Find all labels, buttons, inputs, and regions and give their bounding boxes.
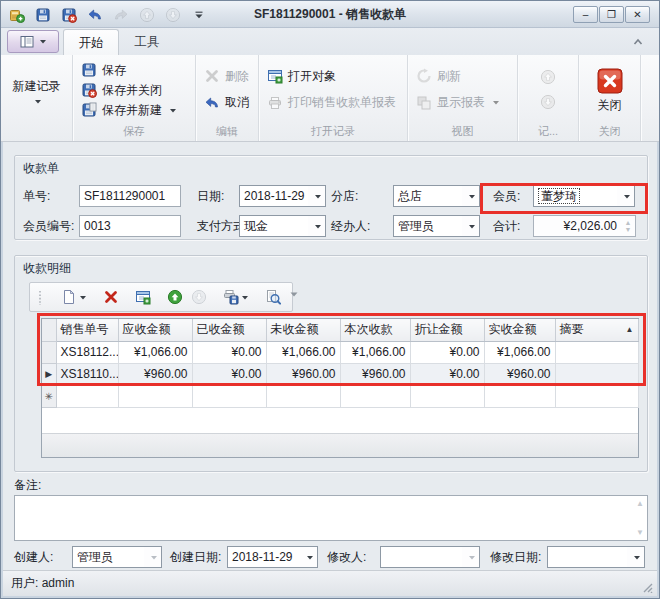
modifier-label: 修改人:: [327, 546, 366, 568]
details-toolbar: [29, 282, 293, 312]
grid-column-header[interactable]: 已收金额: [192, 319, 266, 341]
grid-cell[interactable]: XS18110...: [56, 363, 118, 385]
receipt-legend: 收款单: [23, 160, 59, 177]
date-combo[interactable]: 2018-11-29: [239, 185, 326, 207]
grid-cell[interactable]: ¥960.00: [340, 363, 410, 385]
chevron-down-icon[interactable]: [462, 216, 479, 236]
grid-cell[interactable]: [56, 385, 118, 407]
grid-cell[interactable]: [340, 385, 410, 407]
spinner-arrows-icon[interactable]: ▲▼: [621, 216, 635, 236]
ribbon-group-close: 关闭 关闭: [579, 55, 641, 141]
tab-tools[interactable]: 工具: [119, 29, 175, 55]
more-dropdown-button[interactable]: [287, 286, 307, 308]
details-grid[interactable]: 销售单号应收金额已收金额未收金额本次收款折让金额实收金额摘要▲XS18112..…: [41, 318, 639, 458]
export-button[interactable]: [221, 286, 251, 308]
chevron-down-icon[interactable]: [308, 216, 325, 236]
open-object-button[interactable]: [133, 286, 153, 308]
grid-column-header[interactable]: 未收金额: [266, 319, 340, 341]
modify-date-combo[interactable]: [547, 546, 645, 568]
grid-row[interactable]: ▶XS18110...¥960.00¥0.00¥960.00¥960.00¥0.…: [42, 363, 638, 385]
save-icon[interactable]: [33, 5, 52, 24]
create-date-label: 创建日期:: [170, 546, 221, 568]
maximize-button[interactable]: ❐: [599, 6, 624, 23]
grid-cell[interactable]: [555, 341, 638, 363]
move-up-button[interactable]: [165, 286, 185, 308]
grid-cell[interactable]: ¥960.00: [484, 363, 555, 385]
grid-cell[interactable]: ¥1,066.00: [340, 341, 410, 363]
payment-combo[interactable]: 现金: [239, 215, 326, 237]
qat-dropdown-icon[interactable]: [189, 5, 208, 24]
grid-cell[interactable]: [192, 385, 266, 407]
grid-cell[interactable]: [484, 385, 555, 407]
close-form-button[interactable]: 关闭: [581, 58, 639, 124]
form-icon: [20, 35, 34, 49]
collapse-ribbon-button[interactable]: [629, 34, 647, 49]
creator-combo[interactable]: 管理员: [72, 546, 162, 568]
order-no-field[interactable]: SF1811290001: [79, 185, 181, 207]
operator-combo[interactable]: 管理员: [393, 215, 480, 237]
chevron-down-icon[interactable]: [300, 547, 317, 567]
grid-new-row[interactable]: ✳: [42, 385, 638, 407]
grid-cell[interactable]: [555, 385, 638, 407]
close-button[interactable]: ✕: [625, 6, 650, 23]
chevron-down-icon[interactable]: [617, 186, 634, 206]
grid-column-header[interactable]: 折让金额: [410, 319, 484, 341]
chevron-down-icon[interactable]: [627, 547, 644, 567]
details-groupbox: 收款明细 销售单号应收金额已收金额未收金额本次收款折让金额实收金额摘要▲XS18…: [14, 255, 648, 472]
grid-column-header[interactable]: 销售单号: [56, 319, 118, 341]
modifier-combo[interactable]: [380, 546, 480, 568]
grid-empty-area: [42, 433, 638, 457]
remarks-label: 备注:: [14, 474, 41, 496]
grid-cell[interactable]: XS18112...: [56, 341, 118, 363]
grid-cell[interactable]: [555, 363, 638, 385]
row-indicator: [42, 341, 56, 363]
grid-cell[interactable]: ¥960.00: [266, 363, 340, 385]
delete-red-button[interactable]: [101, 286, 121, 308]
preview-button[interactable]: [263, 286, 283, 308]
move-down-icon: [191, 289, 207, 305]
new-record-icon[interactable]: [7, 5, 26, 24]
grid-cell[interactable]: ¥1,066.00: [266, 341, 340, 363]
minimize-button[interactable]: –: [573, 6, 598, 23]
app-menu-button[interactable]: [7, 30, 59, 53]
grid-cell[interactable]: [118, 385, 192, 407]
resize-grip-icon[interactable]: [640, 580, 653, 593]
save-button[interactable]: 保存: [73, 60, 195, 80]
open-object-button[interactable]: 打开对象: [259, 66, 407, 86]
chevron-down-icon[interactable]: [308, 186, 325, 206]
member-combo[interactable]: 董梦琦: [533, 185, 635, 207]
new-record-button[interactable]: 新建记录: [8, 58, 66, 124]
grid-cell[interactable]: ¥0.00: [192, 363, 266, 385]
grid-column-header[interactable]: 摘要▲: [555, 319, 638, 341]
new-item-button[interactable]: [59, 286, 89, 308]
grid-cell[interactable]: ¥1,066.00: [118, 341, 192, 363]
create-date-combo[interactable]: 2018-11-29: [227, 546, 318, 568]
grid-cell[interactable]: ¥0.00: [192, 341, 266, 363]
tab-start[interactable]: 开始: [63, 29, 119, 55]
save-close-button[interactable]: 保存并关闭: [73, 80, 195, 100]
branch-combo[interactable]: 总店: [393, 185, 480, 207]
scrollbar-arrows-icon: ▲▼: [636, 499, 644, 537]
grid-cell[interactable]: ¥960.00: [118, 363, 192, 385]
chevron-down-icon: [462, 547, 479, 567]
member-no-field[interactable]: 0013: [79, 215, 181, 237]
remarks-textarea[interactable]: ▲▼: [14, 495, 648, 541]
grid-cell[interactable]: ¥1,066.00: [484, 341, 555, 363]
save-new-button[interactable]: 保存并新建: [73, 100, 195, 120]
save-close-icon[interactable]: [59, 5, 78, 24]
grid-column-header[interactable]: 应收金额: [118, 319, 192, 341]
grid-row[interactable]: XS18112...¥1,066.00¥0.00¥1,066.00¥1,066.…: [42, 341, 638, 363]
grid-cell[interactable]: ¥0.00: [410, 341, 484, 363]
save-close-icon: [81, 82, 97, 98]
down-circle-icon: [163, 5, 182, 24]
undo-icon[interactable]: [85, 5, 104, 24]
total-spin-field[interactable]: ¥2,026.00 ▲▼: [533, 215, 636, 237]
grid-cell[interactable]: [410, 385, 484, 407]
grid-cell[interactable]: [266, 385, 340, 407]
grid-cell[interactable]: ¥0.00: [410, 363, 484, 385]
grid-column-header[interactable]: 本次收款: [340, 319, 410, 341]
open-object-icon: [267, 68, 283, 84]
grid-column-header[interactable]: 实收金额: [484, 319, 555, 341]
chevron-down-icon[interactable]: [462, 186, 479, 206]
cancel-button[interactable]: 取消: [196, 93, 258, 113]
